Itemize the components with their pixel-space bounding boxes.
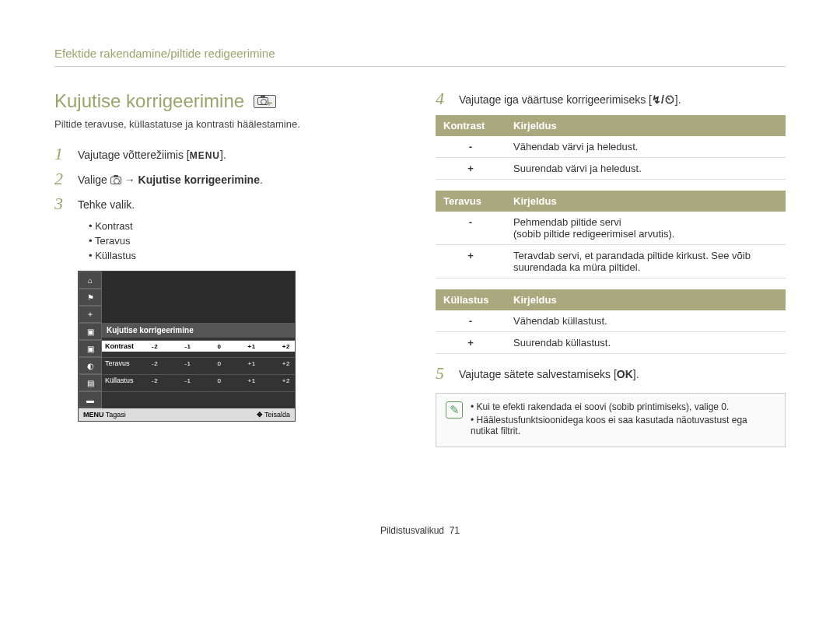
flash-timer-icon: ↯/⏲ — [652, 93, 675, 106]
adj-row-kontrast: Kontrast -2-10+1+2 — [102, 340, 295, 352]
step-2-num: 2 — [54, 170, 68, 187]
side-icon: ▤ — [79, 374, 102, 391]
table-teravus: TeravusKirjeldus -Pehmendab piltide serv… — [436, 191, 786, 278]
side-icon: ＋ — [79, 306, 102, 323]
table-row: +Teravdab servi, et parandada piltide ki… — [436, 245, 786, 278]
page-footer: Pildistusvalikud 71 — [54, 525, 786, 536]
menu-icon: MENU — [190, 150, 220, 161]
move-icon: ✥ — [257, 411, 263, 419]
note-item: Häälestusfunktsioonidega koos ei saa kas… — [471, 415, 775, 436]
table-row: -Pehmendab piltide servi (sobib piltide … — [436, 212, 786, 245]
list-item: Kontrast — [89, 220, 389, 232]
side-icon: ⚑ — [79, 289, 102, 306]
options-list: Kontrast Teravus Küllastus — [89, 220, 389, 261]
camera-icon — [110, 177, 121, 184]
step-1-num: 1 — [54, 145, 68, 163]
step-5-num: 5 — [436, 365, 450, 382]
table-row: -Vähendab küllastust. — [436, 310, 786, 332]
side-icon: ◐ — [79, 357, 102, 374]
step-3-num: 3 — [54, 195, 68, 212]
step-3-text: Tehke valik. — [78, 195, 389, 211]
table-row: +Suurendab küllastust. — [436, 332, 786, 354]
table-row: +Suurendab värvi ja heledust. — [436, 158, 786, 180]
breadcrumb: Efektide rakendamine/piltide redigeerimi… — [54, 47, 786, 67]
side-icon: ▬ — [79, 391, 102, 408]
camera-mode-icon: P — [254, 95, 276, 108]
camera-screen: ⌂ ⚑ ＋ ▣ Kujutise korrigeerimine — [78, 271, 296, 422]
side-icon: ⌂ — [79, 271, 102, 289]
side-icon: ▣ — [79, 340, 102, 357]
step-5-text: Vajutage sätete salvestamiseks [OK]. — [459, 365, 786, 380]
list-item: Küllastus — [89, 250, 389, 261]
table-kontrast: KontrastKirjeldus -Vähendab värvi ja hel… — [436, 115, 786, 180]
adj-row-kyllastus: Küllastus -2-10+1+2 — [102, 374, 295, 386]
title-text: Kujutise korrigeerimine — [54, 90, 244, 112]
side-icon: ▣ — [79, 323, 102, 340]
note-icon: ✎ — [446, 401, 463, 419]
step-4-num: 4 — [436, 90, 450, 107]
page-title: Kujutise korrigeerimine P — [54, 90, 389, 112]
note-box: ✎ Kui te efekti rakendada ei soovi (sobi… — [436, 393, 786, 447]
step-2-text: Valige → Kujutise korrigeerimine. — [78, 170, 389, 186]
step-4-text: Vajutage iga väärtuse korrigeerimiseks [… — [459, 90, 786, 106]
subtitle: Piltide teravuse, küllastatuse ja kontra… — [54, 118, 389, 130]
step-1-text: Vajutage võtterežiimis [MENU]. — [78, 145, 389, 161]
ok-icon: OK — [617, 368, 633, 380]
adj-row-teravus: Teravus -2-10+1+2 — [102, 357, 295, 369]
table-row: -Vähendab värvi ja heledust. — [436, 136, 786, 158]
note-item: Kui te efekti rakendada ei soovi (sobib … — [471, 401, 775, 412]
list-item: Teravus — [89, 235, 389, 247]
menu-back-icon: MENU — [83, 411, 104, 419]
screen-title: Kujutise korrigeerimine — [102, 323, 295, 338]
screen-footer: MENU Tagasi ✥ Teisalda — [79, 408, 295, 421]
table-kyllastus: KüllastusKirjeldus -Vähendab küllastust.… — [436, 289, 786, 354]
